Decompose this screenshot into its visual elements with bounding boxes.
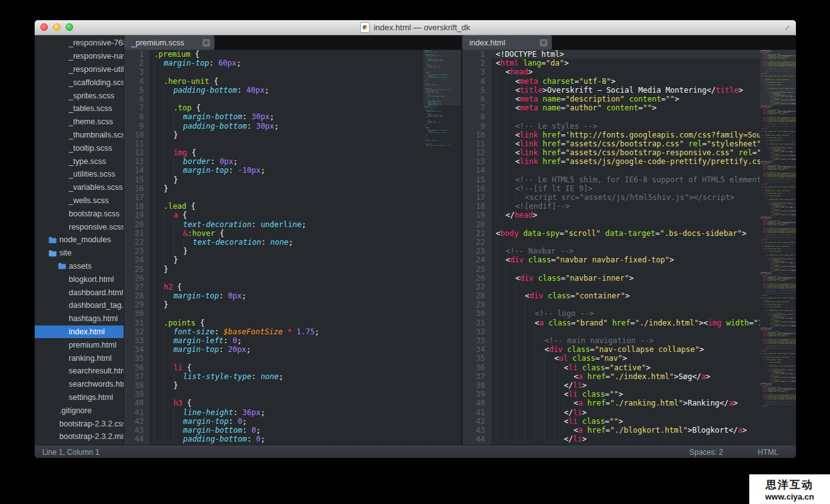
- code-line[interactable]: margin-left: 0;: [154, 336, 423, 345]
- sidebar-item-ranking-html[interactable]: ranking.html: [35, 351, 124, 365]
- code-line[interactable]: <!-- logo -->: [496, 309, 760, 318]
- sidebar-item-premium-html[interactable]: premium.html: [35, 338, 124, 351]
- sidebar-item-assets[interactable]: assets: [35, 260, 124, 273]
- code-line[interactable]: <!--[if lt IE 9]>: [496, 184, 760, 193]
- code-line[interactable]: margin-bottom: 30px;: [154, 112, 423, 121]
- code-line[interactable]: <a href="./index.html">Søg</a>: [496, 372, 760, 381]
- code-line[interactable]: [154, 95, 423, 103]
- code-line[interactable]: h2 {: [154, 283, 423, 291]
- code-line[interactable]: <meta name="author" content="">: [496, 103, 760, 112]
- code-line[interactable]: text-decoration: none;: [154, 238, 423, 247]
- code-line[interactable]: <!-- Navbar -->: [496, 247, 760, 255]
- sidebar-item--responsive-768p[interactable]: _responsive-768p: [35, 37, 124, 50]
- code-line[interactable]: [154, 193, 423, 202]
- code-line[interactable]: <ul class="nav">: [496, 354, 760, 363]
- tab-index-html[interactable]: index.html ✕: [462, 35, 552, 50]
- code-line[interactable]: padding-bottom: 30px;: [154, 122, 423, 131]
- code-line[interactable]: }: [154, 247, 423, 255]
- zoom-window-button[interactable]: [66, 23, 73, 31]
- code-line[interactable]: </li>: [496, 408, 760, 417]
- code-line[interactable]: [496, 327, 760, 336]
- code-line[interactable]: <li class="">: [496, 390, 760, 399]
- code-line[interactable]: padding-bottom: 0;: [154, 435, 423, 443]
- sidebar-item-node-modules[interactable]: node_modules: [35, 233, 124, 247]
- sidebar-item--tables-scss[interactable]: _tables.scss: [35, 102, 124, 115]
- sidebar-item--utilities-scss[interactable]: _utilities.scss: [35, 168, 124, 181]
- sidebar-item--thumbnails-scss[interactable]: _thumbnails.scss: [35, 129, 124, 142]
- code-line[interactable]: [496, 112, 760, 121]
- code-line[interactable]: <link href='http://fonts.googleapis.com/…: [496, 131, 760, 139]
- code-line[interactable]: <script src="assets/js/html5shiv.js"></s…: [496, 193, 760, 202]
- sidebar-item--scaffolding-scss[interactable]: _scaffolding.scss: [35, 76, 124, 89]
- title-bar[interactable]: index.html — overskrift_dk ↔: [35, 20, 796, 35]
- sidebar-item-site[interactable]: site: [35, 247, 124, 260]
- sidebar-item-responsive-scss[interactable]: responsive.scss: [35, 220, 124, 233]
- code-line[interactable]: </li>: [496, 435, 760, 443]
- code-line[interactable]: li {: [154, 363, 423, 372]
- syntax-mode[interactable]: HTML: [757, 448, 778, 457]
- code-line[interactable]: <div class="nav-collapse collapse">: [496, 345, 760, 354]
- code-line[interactable]: [496, 220, 760, 229]
- sidebar-item--responsive-utilit[interactable]: _responsive-utilit: [35, 63, 124, 76]
- code-line[interactable]: <link href="assets/js/google-code-pretti…: [496, 157, 760, 166]
- code-line[interactable]: text-decoration: underline;: [154, 220, 423, 229]
- code-line[interactable]: }: [154, 175, 423, 184]
- code-line[interactable]: margin-top: 0;: [154, 417, 423, 426]
- sidebar-item-bootstrap-scss[interactable]: bootstrap.scss: [35, 207, 124, 220]
- sidebar-item-settings-html[interactable]: settings.html: [35, 391, 124, 404]
- code-line[interactable]: }: [154, 184, 423, 193]
- sidebar-item--theme-scss[interactable]: _theme.scss: [35, 115, 124, 129]
- sidebar-item-hashtags-html[interactable]: hashtags.html: [35, 312, 124, 325]
- code-line[interactable]: margin-top: 60px;: [154, 59, 423, 67]
- code-line[interactable]: [496, 166, 760, 175]
- code-line[interactable]: [154, 390, 423, 399]
- code-line[interactable]: <a class="brand" href="./index.html"><im…: [496, 319, 760, 327]
- code-line[interactable]: [154, 354, 423, 363]
- code-line[interactable]: .top {: [154, 103, 423, 112]
- code-line[interactable]: [154, 274, 423, 283]
- code-line[interactable]: }: [154, 300, 423, 309]
- sidebar-item-bootstrap-responsiv[interactable]: bootstrap-responsiv: [35, 443, 124, 445]
- code-line[interactable]: font-size: $baseFontSize * 1.75;: [154, 327, 423, 336]
- code-line[interactable]: </head>: [496, 211, 760, 220]
- code-line[interactable]: [496, 265, 760, 274]
- sidebar-item-bootstrap-2-3-2-min[interactable]: bootstrap-2.3.2.min: [35, 430, 124, 443]
- sidebar-item-dashboard-tag-ht[interactable]: dashboard_tag.ht: [35, 299, 124, 312]
- code-line[interactable]: [496, 283, 760, 291]
- sidebar-item--tooltip-scss[interactable]: _tooltip.scss: [35, 141, 124, 155]
- code-line[interactable]: margin-top: -10px;: [154, 166, 423, 175]
- code-line[interactable]: list-style-type: none;: [154, 372, 423, 381]
- code-line[interactable]: margin-bottom: 0;: [154, 426, 423, 435]
- code-line[interactable]: <div class="navbar-inner">: [496, 274, 760, 283]
- code-line[interactable]: }: [154, 131, 423, 139]
- code-line[interactable]: <!-- main navigation -->: [496, 336, 760, 345]
- code-line[interactable]: <!-- Le styles -->: [496, 122, 760, 131]
- fullscreen-icon[interactable]: ↔: [780, 20, 794, 34]
- sidebar-item--type-scss[interactable]: _type.scss: [35, 155, 124, 168]
- code-line[interactable]: h3 {: [154, 399, 423, 407]
- code-line[interactable]: img {: [154, 148, 423, 157]
- indentation-setting[interactable]: Spaces: 2: [689, 448, 723, 457]
- code-line[interactable]: .lead {: [154, 202, 423, 211]
- tab-premium-scss[interactable]: _premium.scss ✕: [124, 35, 214, 50]
- code-line[interactable]: line-height: 36px;: [154, 408, 423, 417]
- code-line[interactable]: <div class="navbar navbar-fixed-top">: [496, 255, 760, 264]
- code-line[interactable]: <meta charset="utf-8">: [496, 77, 760, 86]
- minimize-window-button[interactable]: [53, 23, 61, 31]
- code-line[interactable]: <a href="./ranking.html">Ranking</a>: [496, 399, 760, 407]
- code-line[interactable]: [496, 300, 760, 309]
- close-window-button[interactable]: [40, 23, 48, 31]
- code-area-scss[interactable]: .premium {margin-top: 60px;.hero-unit {p…: [149, 50, 423, 445]
- code-line[interactable]: }: [154, 381, 423, 390]
- sidebar-item--gitignore[interactable]: .gitignore: [35, 404, 124, 417]
- code-line[interactable]: border: 0px;: [154, 157, 423, 166]
- close-icon[interactable]: ✕: [202, 39, 210, 47]
- code-line[interactable]: <meta name="description" content="">: [496, 95, 760, 103]
- code-line[interactable]: <link href="assets/css/bootstrap.css" re…: [496, 139, 760, 148]
- code-line[interactable]: margin-top: 0px;: [154, 291, 423, 300]
- code-line[interactable]: <!-- Le HTML5 shim, for IE6-8 support of…: [496, 175, 760, 184]
- code-line[interactable]: }: [154, 255, 423, 264]
- sidebar-item-bootstrap-2-3-2-css[interactable]: bootstrap-2.3.2.css: [35, 417, 124, 430]
- sidebar-item--wells-scss[interactable]: _wells.scss: [35, 194, 124, 208]
- code-line[interactable]: [154, 309, 423, 318]
